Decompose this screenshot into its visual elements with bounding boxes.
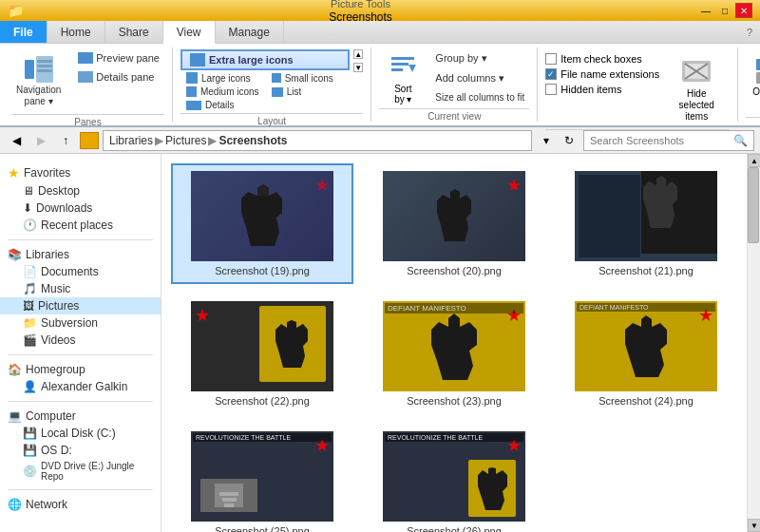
address-dropdown-button[interactable]: ▾ (536, 130, 557, 151)
file-label-22: Screenshot (22).png (215, 395, 310, 407)
maximize-button[interactable]: □ (716, 3, 733, 18)
tab-manage[interactable]: Manage (216, 21, 284, 43)
layout-scroll-down[interactable]: ▼ (353, 63, 363, 72)
group-by-button[interactable]: Group by ▾ (430, 49, 529, 67)
layout-group-label: Layout (180, 113, 363, 126)
layout-scroll-up[interactable]: ▲ (353, 49, 363, 59)
hidden-items-toggle[interactable]: Hidden items (545, 84, 659, 95)
file-name-extensions-checkbox[interactable]: ✓ (545, 68, 557, 80)
folder-icon (80, 132, 99, 149)
file-item-19[interactable]: ★ Screenshot (19).png (171, 163, 353, 284)
breadcrumb-screenshots[interactable]: Screenshots (218, 134, 287, 147)
close-button[interactable]: ✕ (735, 3, 752, 18)
file-item-21[interactable]: Screenshot (21).png (555, 163, 737, 284)
sidebar-computer-header[interactable]: 💻 Computer (0, 408, 161, 425)
sidebar-item-documents[interactable]: 📄 Documents (0, 263, 161, 280)
file-item-24[interactable]: ★ DEFIANT MANIFESTO Screenshot (24).png (555, 294, 737, 414)
show-hide-content: Item check boxes ✓ File name extensions … (545, 49, 730, 127)
sidebar-item-videos[interactable]: 🎬 Videos (0, 332, 161, 349)
search-box: 🔍 (583, 130, 754, 151)
thumbnail-26: REVOLUTIONIZE THE BATTLE ★ (383, 431, 525, 522)
svg-rect-2 (37, 60, 52, 63)
details-icon (186, 101, 201, 110)
small-icons-button[interactable]: Small icons (266, 71, 351, 85)
size-all-columns-button[interactable]: Size all columns to fit (430, 89, 529, 105)
file-item-22[interactable]: ★ Screenshot (22).png (171, 294, 353, 414)
hide-selected-label: Hide selecteditems (668, 88, 725, 123)
navigation-pane-icon (24, 54, 54, 85)
search-input[interactable] (590, 135, 730, 146)
large-icons-button[interactable]: Large icons (180, 71, 265, 85)
tab-view[interactable]: View (163, 21, 216, 44)
file-item-26[interactable]: REVOLUTIONIZE THE BATTLE ★ Screenshot (2… (363, 424, 545, 532)
breadcrumb-libraries[interactable]: Libraries (109, 134, 153, 147)
options-button[interactable]: Options (746, 49, 760, 104)
svg-rect-4 (37, 69, 52, 72)
file-item-20[interactable]: ★ Screenshot (20).png (363, 163, 545, 284)
sidebar-item-subversion[interactable]: 📁 Subversion (0, 314, 161, 332)
hide-selected-button[interactable]: Hide selecteditems (663, 49, 730, 127)
file-item-23[interactable]: ★ DEFIANT MANIFESTO Screenshot (23).png (363, 294, 545, 414)
details-button[interactable]: Details (180, 99, 350, 111)
up-button[interactable]: ↑ (55, 130, 76, 151)
breadcrumb-pictures[interactable]: Pictures (165, 134, 206, 147)
details-pane-button[interactable]: Details pane (73, 68, 164, 86)
hidden-items-checkbox[interactable] (545, 84, 557, 95)
tab-file[interactable]: File (0, 21, 48, 43)
desktop-icon: 🖥 (23, 184, 34, 198)
item-check-boxes-checkbox[interactable] (545, 53, 557, 65)
scroll-thumb[interactable] (748, 167, 759, 243)
sort-by-button[interactable]: Sortby ▾ (379, 49, 427, 106)
help-button[interactable]: ? (739, 21, 760, 43)
refresh-button[interactable]: ↻ (559, 130, 580, 151)
search-icon[interactable]: 🔍 (733, 134, 748, 147)
sidebar-item-local-disk[interactable]: 💾 Local Disk (C:) (0, 425, 161, 442)
svg-rect-5 (391, 57, 414, 60)
libraries-label: Libraries (26, 248, 69, 261)
preview-pane-button[interactable]: Preview pane (73, 49, 164, 66)
sidebar-network-header[interactable]: 🌐 Network (0, 496, 161, 513)
sidebar-favorites-header[interactable]: ★ Favorites (0, 163, 161, 182)
star-26: ★ (506, 435, 522, 456)
extra-large-icons-button[interactable]: Extra large icons (180, 49, 350, 70)
file-item-25[interactable]: REVOLUTIONIZE THE BATTLE ★ Screenshot (2… (171, 424, 353, 532)
ribbon-tab-row: File Home Share View Manage ? (0, 21, 760, 44)
title-folder-icons: 📁 (8, 3, 24, 18)
sidebar-item-pictures-label: Pictures (38, 299, 79, 313)
scroll-up-button[interactable]: ▲ (748, 154, 760, 167)
panes-group-label: Panes (11, 114, 164, 127)
svg-marker-8 (408, 65, 416, 72)
sidebar-item-desktop[interactable]: 🖥 Desktop (0, 182, 161, 200)
sidebar-item-videos-label: Videos (41, 333, 75, 347)
list-button[interactable]: List (266, 86, 351, 98)
back-button[interactable]: ◀ (6, 130, 27, 151)
hide-selected-icon (679, 54, 713, 88)
ribbon-group-show-hide: Item check boxes ✓ File name extensions … (538, 48, 738, 122)
sidebar-item-dvd-drive[interactable]: 💿 DVD Drive (E:) Jungle Repo (0, 459, 161, 484)
svg-rect-6 (391, 63, 408, 66)
sidebar-homegroup-header[interactable]: 🏠 Homegroup (0, 361, 161, 378)
sidebar-item-pictures[interactable]: 🖼 Pictures (0, 297, 161, 314)
recent-places-icon: 🕐 (23, 218, 37, 232)
sidebar-item-recent-places[interactable]: 🕐 Recent places (0, 217, 161, 234)
minimize-button[interactable]: — (697, 3, 714, 18)
sidebar-item-desktop-label: Desktop (38, 184, 80, 198)
sidebar-libraries-header[interactable]: 📚 Libraries (0, 246, 161, 263)
item-check-boxes-toggle[interactable]: Item check boxes (545, 53, 659, 65)
star-20: ★ (506, 175, 522, 196)
sidebar-item-dvd-label: DVD Drive (E:) Jungle Repo (41, 461, 153, 482)
sidebar-item-os-d[interactable]: 💾 OS D: (0, 442, 161, 459)
navigation-pane-button[interactable]: Navigationpane ▾ (11, 49, 66, 112)
tab-share[interactable]: Share (105, 21, 163, 43)
add-columns-button[interactable]: Add columns ▾ (430, 69, 529, 87)
sidebar-item-alexander[interactable]: 👤 Alexander Galkin (0, 378, 161, 395)
scroll-down-button[interactable]: ▼ (748, 519, 760, 532)
sidebar-item-music[interactable]: 🎵 Music (0, 280, 161, 297)
forward-button[interactable]: ▶ (30, 130, 51, 151)
file-name-extensions-toggle[interactable]: ✓ File name extensions (545, 68, 659, 80)
sidebar-item-downloads[interactable]: ⬇ Downloads (0, 200, 161, 217)
subversion-icon: 📁 (23, 316, 37, 330)
tab-home[interactable]: Home (48, 21, 105, 43)
options-content: Options (746, 49, 760, 115)
medium-icons-button[interactable]: Medium icons (180, 86, 265, 98)
